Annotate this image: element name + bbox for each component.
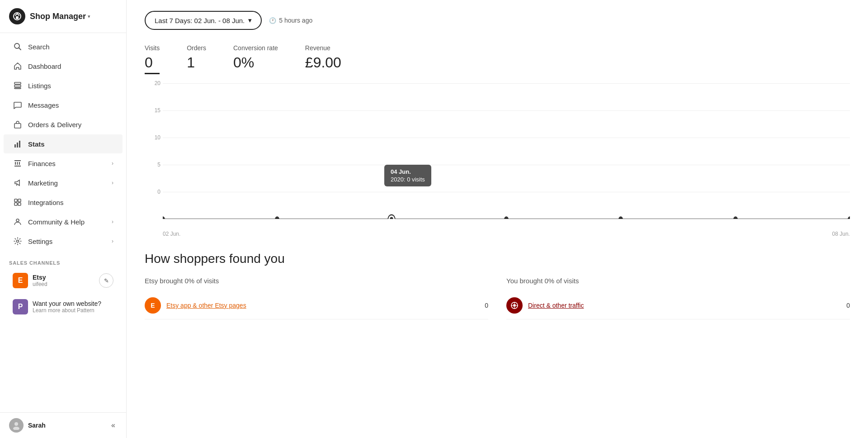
y-label-5: 5 xyxy=(145,162,160,168)
stat-orders[interactable]: Orders 1 xyxy=(187,44,206,74)
svg-point-30 xyxy=(504,216,509,219)
y-label-15: 15 xyxy=(145,107,160,114)
sidebar-label-community: Community & Help xyxy=(28,218,85,226)
sidebar-label-marketing: Marketing xyxy=(28,179,58,187)
orders-label: Orders xyxy=(187,44,206,52)
y-label-10: 10 xyxy=(145,134,160,141)
sidebar-item-stats[interactable]: Stats xyxy=(4,134,123,153)
conversion-value: 0% xyxy=(233,54,278,71)
sidebar-label-dashboard: Dashboard xyxy=(28,62,61,70)
pattern-info: Want your own website? Learn more about … xyxy=(33,300,113,314)
etsy-info: Etsy uifeed xyxy=(33,274,99,287)
pattern-badge: P xyxy=(13,299,28,314)
pattern-name: Want your own website? xyxy=(33,300,113,307)
sidebar-label-stats: Stats xyxy=(28,140,45,148)
svg-point-22 xyxy=(14,422,18,426)
svg-point-33 xyxy=(848,216,850,219)
sidebar-item-community[interactable]: Community & Help › xyxy=(4,212,123,231)
user-name: Sarah xyxy=(28,422,46,429)
svg-rect-5 xyxy=(14,85,21,87)
main-content: Last 7 Days: 02 Jun. - 08 Jun. ▾ 🕐 5 hou… xyxy=(127,0,868,438)
sales-channels-label: SALES CHANNELS xyxy=(0,255,126,267)
pattern-channel[interactable]: P Want your own website? Learn more abou… xyxy=(4,295,123,319)
svg-rect-18 xyxy=(14,203,17,205)
x-label-08jun: 08 Jun. xyxy=(832,231,850,237)
svg-rect-15 xyxy=(19,162,20,165)
direct-found-label[interactable]: Direct & other traffic xyxy=(528,302,841,309)
svg-point-31 xyxy=(618,216,623,219)
nav-list: Search Dashboard Listings xyxy=(0,33,126,255)
chart-grid: 04 Jun. 2020: 0 visits xyxy=(163,83,850,219)
svg-point-25 xyxy=(163,216,165,219)
etsy-channel[interactable]: E Etsy uifeed ✎ xyxy=(4,268,123,293)
direct-found-count: 0 xyxy=(846,302,850,309)
svg-point-21 xyxy=(17,240,19,243)
etsy-edit-button[interactable]: ✎ xyxy=(99,273,113,288)
date-chevron-icon: ▾ xyxy=(248,16,252,24)
found-row-direct: Direct & other traffic 0 xyxy=(506,292,850,319)
found-row-etsy: E Etsy app & other Etsy pages 0 xyxy=(145,292,488,319)
user-area[interactable]: Sarah xyxy=(9,418,46,433)
stat-visits[interactable]: Visits 0 xyxy=(145,44,160,74)
etsy-sub: uifeed xyxy=(33,281,99,287)
message-icon xyxy=(13,100,23,110)
y-label-20: 20 xyxy=(145,80,160,86)
sidebar-item-finances[interactable]: Finances › xyxy=(4,154,123,173)
revenue-value: £9.00 xyxy=(305,54,341,71)
sidebar-item-listings[interactable]: Listings xyxy=(4,76,123,95)
sidebar-item-marketing[interactable]: Marketing › xyxy=(4,173,123,192)
chart-area: 20 15 10 5 0 xyxy=(145,83,850,237)
chart-icon xyxy=(13,139,23,149)
marketing-chevron-icon: › xyxy=(112,180,113,186)
sidebar-item-search[interactable]: Search xyxy=(4,37,123,56)
svg-point-32 xyxy=(733,216,738,219)
etsy-name: Etsy xyxy=(33,274,99,281)
svg-rect-4 xyxy=(14,82,21,84)
sidebar-label-settings: Settings xyxy=(28,238,52,245)
sidebar-item-messages[interactable]: Messages xyxy=(4,95,123,114)
shop-chevron-icon: ▾ xyxy=(88,14,90,19)
svg-rect-13 xyxy=(15,162,16,165)
sidebar-item-integrations[interactable]: Integrations xyxy=(4,193,123,212)
time-ago-label: 5 hours ago xyxy=(279,17,312,24)
sidebar-item-dashboard[interactable]: Dashboard xyxy=(4,57,123,76)
grid-icon xyxy=(13,197,23,207)
stat-revenue[interactable]: Revenue £9.00 xyxy=(305,44,341,74)
stats-row: Visits 0 Orders 1 Conversion rate 0% Rev… xyxy=(145,44,850,74)
sidebar-item-orders[interactable]: Orders & Delivery xyxy=(4,115,123,134)
sidebar-item-settings[interactable]: Settings › xyxy=(4,232,123,251)
svg-point-26 xyxy=(275,216,279,219)
etsy-found-label[interactable]: Etsy app & other Etsy pages xyxy=(166,302,479,309)
time-badge: 🕐 5 hours ago xyxy=(269,17,312,24)
svg-rect-17 xyxy=(18,199,21,202)
bank-icon xyxy=(13,158,23,168)
svg-rect-8 xyxy=(14,144,16,148)
svg-rect-14 xyxy=(17,162,18,165)
svg-point-20 xyxy=(16,219,19,222)
shop-manager-header[interactable]: Shop Manager ▾ xyxy=(0,0,126,33)
sidebar-label-listings: Listings xyxy=(28,82,51,90)
visits-label: Visits xyxy=(145,44,160,52)
conversion-label: Conversion rate xyxy=(233,44,278,52)
svg-point-23 xyxy=(13,427,19,430)
etsy-found-count: 0 xyxy=(485,302,488,309)
revenue-label: Revenue xyxy=(305,44,341,52)
sidebar-label-messages: Messages xyxy=(28,101,59,109)
date-range-selector[interactable]: Last 7 Days: 02 Jun. - 08 Jun. ▾ xyxy=(145,11,262,30)
etsy-badge: E xyxy=(13,273,28,288)
sidebar-label-finances: Finances xyxy=(28,160,56,167)
megaphone-icon xyxy=(13,178,23,188)
collapse-sidebar-button[interactable]: « xyxy=(109,419,117,431)
visits-value: 0 xyxy=(145,54,160,74)
svg-rect-1 xyxy=(16,16,19,19)
top-bar: Last 7 Days: 02 Jun. - 08 Jun. ▾ 🕐 5 hou… xyxy=(145,11,850,30)
stat-conversion[interactable]: Conversion rate 0% xyxy=(233,44,278,74)
svg-rect-19 xyxy=(18,203,21,205)
shop-title: Shop Manager xyxy=(30,12,86,21)
settings-chevron-icon: › xyxy=(112,238,113,244)
svg-rect-7 xyxy=(14,124,21,128)
svg-rect-10 xyxy=(19,141,20,148)
sidebar-footer: Sarah « xyxy=(0,412,126,438)
sidebar: Shop Manager ▾ Search Dashboard xyxy=(0,0,127,438)
svg-rect-9 xyxy=(17,143,18,148)
